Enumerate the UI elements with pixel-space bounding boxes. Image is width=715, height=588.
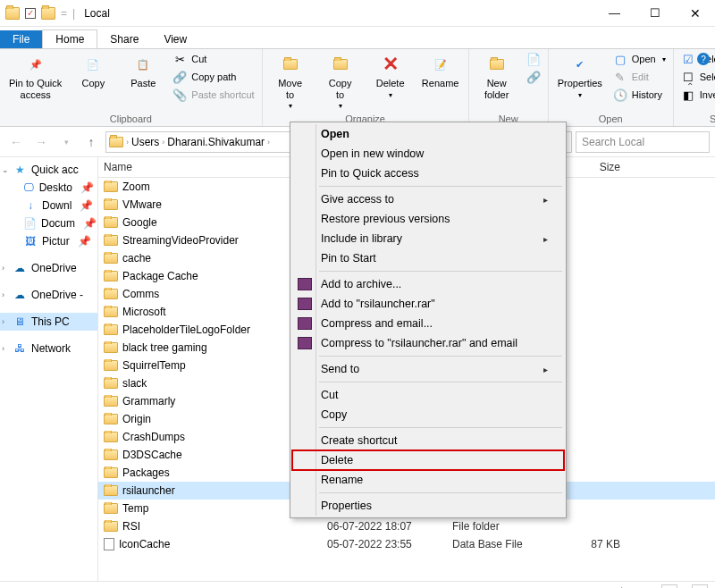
- easy-access-button[interactable]: 🔗: [525, 69, 543, 85]
- delete-button[interactable]: ✕Delete▾: [368, 51, 413, 101]
- select-none-button[interactable]: ☐Select none: [679, 69, 715, 85]
- history-button[interactable]: 🕓History: [611, 87, 668, 103]
- invert-selection-button[interactable]: ◧Invert selection: [679, 87, 715, 103]
- ctx-include-library[interactable]: Include in library▸: [292, 229, 564, 248]
- folder-icon: [104, 342, 118, 353]
- crumb-users[interactable]: Users: [129, 136, 162, 148]
- ctx-compress-rar-email[interactable]: Compress to "rsilauncher.rar" and email: [292, 333, 564, 353]
- rar-icon: [297, 335, 313, 351]
- new-item-button[interactable]: 📄: [525, 51, 543, 67]
- copy-to-button[interactable]: Copy to▾: [318, 51, 363, 112]
- pin-quick-access-button[interactable]: 📌 Pin to Quick access: [5, 51, 65, 102]
- pc-icon: 🖥: [13, 315, 27, 328]
- group-select-label: Select: [679, 113, 715, 126]
- col-name[interactable]: Name: [98, 157, 322, 177]
- tree-network[interactable]: ›🖧Network: [0, 340, 97, 357]
- folder-icon: [104, 449, 118, 460]
- pin-icon: 📌: [23, 53, 48, 76]
- tree-this-pc[interactable]: ›🖥This PC: [0, 313, 97, 331]
- open-icon: ▢: [613, 52, 627, 66]
- tree-quick-access[interactable]: ⌄★Quick acc: [0, 161, 97, 179]
- rar-icon: [297, 276, 313, 292]
- ctx-send-to[interactable]: Send to▸: [292, 359, 564, 379]
- ctx-open-new-window[interactable]: Open in new window: [292, 144, 564, 164]
- tiles-view-button[interactable]: [692, 584, 708, 589]
- rename-button[interactable]: 📝Rename: [418, 51, 463, 91]
- ctx-compress-email[interactable]: Compress and email...: [292, 314, 564, 333]
- file-name: Zoom: [122, 181, 150, 193]
- tree-onedrive-personal[interactable]: ›☁OneDrive -: [0, 286, 97, 304]
- tree-desktop[interactable]: 🖵Deskto📌: [0, 179, 97, 197]
- folder-icon: [104, 467, 118, 478]
- ctx-cut[interactable]: Cut: [292, 385, 564, 405]
- tree-downloads[interactable]: ↓Downl📌: [0, 197, 97, 214]
- edit-button[interactable]: ✎Edit: [611, 69, 668, 85]
- tab-file[interactable]: File: [0, 30, 42, 48]
- tab-view[interactable]: View: [151, 30, 199, 48]
- chevron-right-icon[interactable]: ›: [2, 344, 4, 353]
- tab-home[interactable]: Home: [42, 29, 97, 48]
- tree-pictures[interactable]: 🖼Pictur📌: [0, 232, 97, 250]
- open-button[interactable]: ▢Open▾: [611, 51, 668, 67]
- ctx-properties[interactable]: Properties: [292, 496, 564, 516]
- copy-path-button[interactable]: 🔗Copy path: [171, 69, 256, 85]
- file-name: D3DSCache: [122, 449, 182, 461]
- file-icon: [104, 538, 114, 550]
- ctx-add-rar[interactable]: Add to "rsilauncher.rar": [292, 294, 564, 314]
- move-to-button[interactable]: Move to▾: [268, 51, 313, 112]
- copy-button[interactable]: 📄 Copy: [71, 51, 115, 91]
- file-name: VMware: [122, 198, 162, 211]
- help-icon[interactable]: ?: [697, 53, 710, 65]
- back-button[interactable]: ←: [5, 131, 27, 153]
- chevron-right-icon[interactable]: ›: [2, 264, 4, 273]
- collapse-ribbon-icon[interactable]: ⌃: [686, 81, 694, 91]
- qat-checkbox-icon[interactable]: ✓: [25, 8, 36, 19]
- file-row[interactable]: RSI06-07-2022 18:07File folder: [98, 517, 715, 535]
- moveto-icon: [278, 53, 303, 76]
- new-folder-button[interactable]: New folder: [475, 51, 519, 102]
- close-button[interactable]: ✕: [675, 0, 715, 27]
- details-view-button[interactable]: [661, 584, 677, 589]
- file-name: Grammarly: [122, 395, 175, 407]
- ctx-create-shortcut[interactable]: Create shortcut: [292, 431, 564, 450]
- file-row[interactable]: IconCache05-07-2022 23:55Data Base File8…: [98, 535, 715, 553]
- up-button[interactable]: ↑: [80, 131, 102, 153]
- qat-folder-icon[interactable]: [41, 7, 55, 20]
- chevron-right-icon[interactable]: ›: [2, 290, 4, 299]
- ctx-copy[interactable]: Copy: [292, 405, 564, 424]
- search-input[interactable]: Search Local: [576, 131, 710, 153]
- file-name: CrashDumps: [122, 431, 185, 443]
- ctx-restore-previous[interactable]: Restore previous versions: [292, 209, 564, 229]
- chevron-down-icon[interactable]: ⌄: [2, 165, 9, 174]
- chevron-right-icon[interactable]: ›: [267, 138, 270, 147]
- crumb-user[interactable]: Dharani.Shivakumar: [164, 136, 267, 148]
- ctx-pin-start[interactable]: Pin to Start: [292, 248, 564, 268]
- file-type: Data Base File: [447, 538, 545, 550]
- maximize-button[interactable]: ☐: [635, 0, 675, 27]
- tree-documents[interactable]: 📄Docum📌: [0, 214, 97, 232]
- addr-folder-icon: [109, 137, 123, 147]
- recent-button[interactable]: ▾: [55, 131, 77, 153]
- ribbon: 📌 Pin to Quick access 📄 Copy 📋 Paste ✂Cu…: [0, 48, 715, 127]
- tree-onedrive[interactable]: ›☁OneDrive: [0, 259, 97, 277]
- group-clipboard-label: Clipboard: [5, 113, 257, 126]
- ctx-give-access-to[interactable]: Give access to▸: [292, 189, 564, 209]
- cut-button[interactable]: ✂Cut: [171, 51, 256, 67]
- ctx-add-archive[interactable]: Add to archive...: [292, 274, 564, 294]
- ctx-open[interactable]: Open: [292, 124, 564, 144]
- forward-button[interactable]: →: [30, 131, 52, 153]
- chevron-right-icon[interactable]: ›: [2, 317, 4, 326]
- paste-button[interactable]: 📋 Paste: [121, 51, 165, 91]
- ctx-pin-quick-access[interactable]: Pin to Quick access: [292, 164, 564, 183]
- file-name: rsilauncher: [122, 484, 175, 497]
- ribbon-tabs: File Home Share View: [0, 27, 715, 48]
- paste-shortcut-button[interactable]: 📎Paste shortcut: [171, 87, 256, 103]
- app-folder-icon: [5, 7, 20, 20]
- tab-share[interactable]: Share: [97, 30, 151, 48]
- folder-icon: [104, 521, 118, 532]
- ctx-rename[interactable]: Rename: [292, 470, 564, 490]
- ctx-delete[interactable]: Delete: [292, 450, 564, 470]
- properties-button[interactable]: ✔Properties▾: [554, 51, 606, 101]
- file-date: 05-07-2022 23:55: [322, 538, 447, 550]
- minimize-button[interactable]: —: [594, 0, 635, 27]
